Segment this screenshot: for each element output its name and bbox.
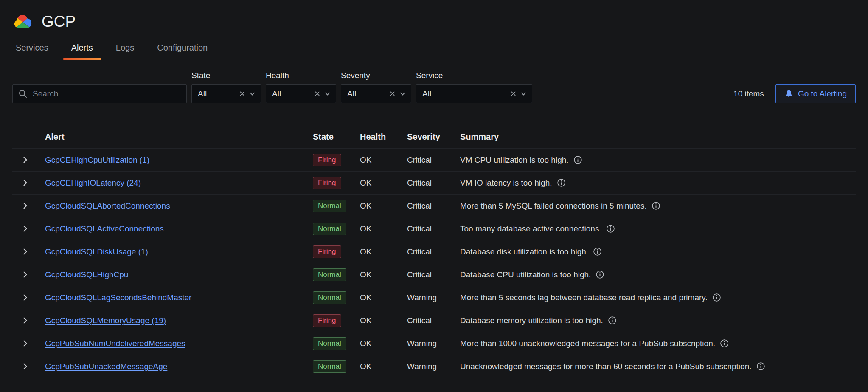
column-header-alert: Alert: [45, 132, 313, 142]
table-row: GcpCEHighCpuUtilization (1) Firing OK Cr…: [12, 149, 856, 172]
state-badge: Normal: [313, 223, 346, 235]
service-filter-select[interactable]: All: [416, 84, 532, 103]
health-value: OK: [360, 362, 407, 371]
tab-alerts[interactable]: Alerts: [62, 37, 102, 60]
info-icon[interactable]: [712, 293, 721, 302]
state-filter: State All: [191, 71, 261, 103]
health-filter-select[interactable]: All: [266, 84, 336, 103]
summary-text: Too many database active connections.: [460, 224, 601, 234]
summary-text: VM IO latency is too high.: [460, 178, 552, 188]
alert-link[interactable]: GcpCloudSQLDiskUsage (1): [45, 247, 148, 256]
alert-link[interactable]: GcpCEHighCpuUtilization (1): [45, 155, 149, 164]
info-icon[interactable]: [756, 362, 765, 371]
state-filter-select[interactable]: All: [191, 84, 261, 103]
health-value: OK: [360, 224, 407, 234]
info-icon[interactable]: [606, 224, 615, 233]
column-header-severity: Severity: [407, 132, 460, 142]
health-value: OK: [360, 270, 407, 279]
info-icon[interactable]: [596, 270, 604, 279]
alert-link[interactable]: GcpCloudSQLAbortedConnections: [45, 201, 170, 210]
severity-filter-select[interactable]: All: [341, 84, 411, 103]
alert-link[interactable]: GcpCloudSQLActiveConnections: [45, 224, 164, 233]
alert-link[interactable]: GcpPubSubUnackedMessageAge: [45, 362, 167, 371]
clear-icon[interactable]: [239, 90, 245, 97]
chevron-down-icon[interactable]: [324, 90, 331, 97]
severity-value: Critical: [407, 316, 460, 325]
info-icon[interactable]: [652, 201, 660, 210]
info-icon[interactable]: [573, 155, 582, 164]
row-expander-button[interactable]: [21, 179, 29, 187]
chevron-down-icon[interactable]: [249, 90, 256, 97]
state-badge: Firing: [313, 177, 341, 189]
table-row: GcpCloudSQLHighCpu Normal OK Critical Da…: [12, 263, 856, 286]
chevron-right-icon: [21, 248, 29, 256]
row-expander-button[interactable]: [21, 202, 29, 210]
tab-configuration[interactable]: Configuration: [148, 37, 216, 60]
summary-text: Database memory utilization is too high.: [460, 316, 603, 325]
column-header-summary: Summary: [460, 132, 856, 142]
chevron-down-icon[interactable]: [399, 90, 406, 97]
state-badge: Firing: [313, 245, 341, 258]
tab-services[interactable]: Services: [7, 37, 57, 60]
row-expander-button[interactable]: [21, 271, 29, 279]
alert-link[interactable]: GcpCloudSQLMemoryUsage (19): [45, 316, 166, 325]
chevron-right-icon: [21, 316, 29, 324]
info-icon[interactable]: [557, 178, 566, 187]
clear-icon[interactable]: [389, 90, 396, 97]
health-value: OK: [360, 316, 407, 325]
row-expander-button[interactable]: [21, 248, 29, 256]
chevron-right-icon: [21, 179, 29, 187]
chevron-right-icon: [21, 362, 29, 370]
go-to-alerting-button[interactable]: Go to Alerting: [775, 84, 856, 103]
chevron-right-icon: [21, 271, 29, 279]
alert-link[interactable]: GcpCEHighIOLatency (24): [45, 178, 141, 187]
row-expander-button[interactable]: [21, 316, 29, 324]
alert-link[interactable]: GcpCloudSQLHighCpu: [45, 270, 128, 279]
table-header-row: Alert State Health Severity Summary: [12, 126, 856, 149]
severity-value: Critical: [407, 178, 460, 188]
health-value: OK: [360, 339, 407, 348]
health-value: OK: [360, 178, 407, 188]
table-row: GcpPubSubUnackedMessageAge Normal OK War…: [12, 355, 856, 378]
severity-value: Warning: [407, 293, 460, 302]
app-header: GCP: [0, 0, 868, 31]
service-filter-value: All: [422, 89, 510, 99]
health-filter-value: All: [272, 89, 314, 99]
summary-text: Database CPU utilization is too high.: [460, 270, 591, 279]
summary-text: More than 5 seconds lag between database…: [460, 293, 708, 302]
alert-link[interactable]: GcpPubSubNumUndeliveredMessages: [45, 339, 185, 348]
health-filter: Health All: [266, 71, 336, 103]
chevron-down-icon[interactable]: [520, 90, 527, 97]
severity-filter-label: Severity: [341, 71, 411, 80]
state-badge: Normal: [313, 337, 346, 350]
clear-icon[interactable]: [314, 90, 320, 97]
state-badge: Firing: [313, 314, 341, 327]
search-icon: [18, 89, 28, 99]
row-expander-button[interactable]: [21, 156, 29, 164]
info-icon[interactable]: [593, 247, 602, 256]
chevron-right-icon: [21, 225, 29, 233]
search-box: [12, 84, 187, 103]
row-expander-button[interactable]: [21, 339, 29, 347]
severity-value: Critical: [407, 270, 460, 279]
row-expander-button[interactable]: [21, 225, 29, 233]
severity-value: Critical: [407, 155, 460, 165]
clear-icon[interactable]: [510, 90, 517, 97]
tab-logs[interactable]: Logs: [107, 37, 143, 60]
info-icon[interactable]: [720, 339, 729, 348]
items-count: 10 items: [733, 89, 764, 99]
alert-link[interactable]: GcpCloudSQLLagSecondsBehindMaster: [45, 293, 191, 302]
table-row: GcpCEHighIOLatency (24) Firing OK Critic…: [12, 172, 856, 195]
summary-text: VM CPU utilization is too high.: [460, 155, 569, 165]
health-value: OK: [360, 155, 407, 165]
gcp-logo: [12, 14, 33, 30]
row-expander-button[interactable]: [21, 293, 29, 302]
summary-text: Unacknowledged messages for more than 60…: [460, 362, 752, 371]
severity-value: Critical: [407, 201, 460, 211]
service-filter: Service All: [416, 71, 532, 103]
search-input[interactable]: [12, 84, 187, 103]
state-badge: Normal: [313, 360, 346, 373]
state-badge: Firing: [313, 154, 341, 166]
info-icon[interactable]: [608, 316, 617, 325]
row-expander-button[interactable]: [21, 362, 29, 370]
